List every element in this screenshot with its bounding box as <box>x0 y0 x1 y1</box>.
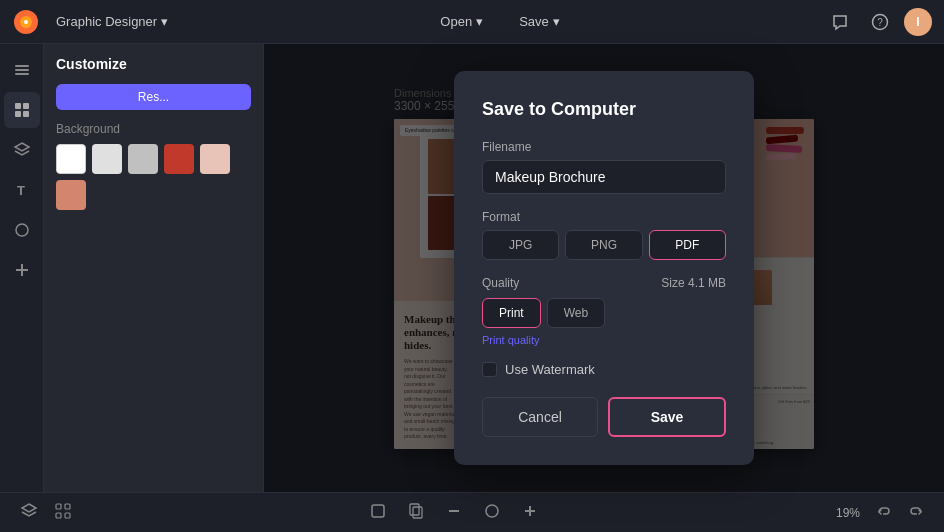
sidebar-item-shapes[interactable] <box>4 212 40 248</box>
svg-rect-20 <box>372 505 384 517</box>
canvas-area: Dimensions 3300 × 2550 <box>264 44 944 492</box>
quality-label: Quality <box>482 276 519 290</box>
quality-web-button[interactable]: Web <box>547 298 605 328</box>
svg-point-2 <box>24 20 28 24</box>
save-button[interactable]: Save ▾ <box>505 8 574 35</box>
svg-rect-6 <box>15 69 29 71</box>
layers-icon[interactable] <box>16 498 42 528</box>
quality-print-button[interactable]: Print <box>482 298 541 328</box>
svg-rect-5 <box>15 65 29 67</box>
svg-rect-10 <box>15 111 21 117</box>
color-swatch-red[interactable] <box>164 144 194 174</box>
open-button[interactable]: Open ▾ <box>426 8 497 35</box>
svg-text:T: T <box>17 183 25 198</box>
quality-group: Print Web <box>482 298 726 328</box>
customize-panel: Customize Res... Background <box>44 44 264 492</box>
redo-button[interactable] <box>904 501 928 525</box>
app-name-chevron: ▾ <box>161 14 168 29</box>
svg-rect-11 <box>23 111 29 117</box>
svg-rect-9 <box>23 103 29 109</box>
svg-rect-8 <box>15 103 21 109</box>
cancel-button[interactable]: Cancel <box>482 397 598 437</box>
panel-title: Customize <box>56 56 251 72</box>
size-label: Size 4.1 MB <box>661 276 726 290</box>
left-sidebar: T <box>0 44 44 492</box>
svg-rect-18 <box>56 513 61 518</box>
sidebar-item-text[interactable]: T <box>4 172 40 208</box>
save-to-computer-button[interactable]: Save <box>608 397 726 437</box>
plus-icon[interactable] <box>517 498 543 528</box>
topbar-center: Open ▾ Save ▾ <box>426 8 573 35</box>
save-dialog: Save to Computer Filename Format JPG PNG… <box>454 71 754 465</box>
resize-icon[interactable] <box>365 498 391 528</box>
format-pdf-button[interactable]: PDF <box>649 230 726 260</box>
format-png-button[interactable]: PNG <box>565 230 642 260</box>
color-swatch-gray1[interactable] <box>92 144 122 174</box>
quality-row: Quality Size 4.1 MB <box>482 276 726 290</box>
format-jpg-button[interactable]: JPG <box>482 230 559 260</box>
color-grid <box>56 144 251 210</box>
svg-rect-16 <box>56 504 61 509</box>
sidebar-item-menu[interactable] <box>4 52 40 88</box>
svg-rect-19 <box>65 513 70 518</box>
sidebar-item-layers[interactable] <box>4 132 40 168</box>
app-name-button[interactable]: Graphic Designer ▾ <box>48 10 176 33</box>
svg-rect-17 <box>65 504 70 509</box>
topbar-left: Graphic Designer ▾ <box>12 8 176 36</box>
panel-tab-resize[interactable]: Res... <box>56 84 251 110</box>
svg-rect-22 <box>413 507 422 518</box>
filename-input[interactable] <box>482 160 726 194</box>
bottom-right: 19% <box>832 501 928 525</box>
watermark-checkbox[interactable] <box>482 362 497 377</box>
svg-point-13 <box>16 224 28 236</box>
pages-icon[interactable] <box>403 498 429 528</box>
minus-icon[interactable] <box>441 498 467 528</box>
sidebar-item-elements[interactable] <box>4 92 40 128</box>
dialog-actions: Cancel Save <box>482 397 726 437</box>
grid-icon[interactable] <box>50 498 76 528</box>
sidebar-item-add[interactable] <box>4 252 40 288</box>
print-quality-link[interactable]: Print quality <box>482 334 726 346</box>
app-name-label: Graphic Designer <box>56 14 157 29</box>
bottom-left <box>16 498 76 528</box>
watermark-label: Use Watermark <box>505 362 595 377</box>
topbar-right: ? I <box>824 6 932 38</box>
color-swatch-gray2[interactable] <box>128 144 158 174</box>
filename-label: Filename <box>482 140 726 154</box>
bg-section-label: Background <box>56 122 251 136</box>
panel-tabs: Res... <box>56 84 251 110</box>
bottom-center <box>365 498 543 528</box>
zoom-value: 19% <box>832 506 864 520</box>
help-icon-button[interactable]: ? <box>864 6 896 38</box>
dialog-overlay: Save to Computer Filename Format JPG PNG… <box>264 44 944 492</box>
chat-icon-button[interactable] <box>824 6 856 38</box>
dialog-title: Save to Computer <box>482 99 726 120</box>
main-layout: T Customize Res... Background <box>0 44 944 492</box>
svg-text:?: ? <box>877 17 883 28</box>
record-icon[interactable] <box>479 498 505 528</box>
color-swatch-pink[interactable] <box>200 144 230 174</box>
topbar: Graphic Designer ▾ Open ▾ Save ▾ ? I <box>0 0 944 44</box>
format-label: Format <box>482 210 726 224</box>
app-logo <box>12 8 40 36</box>
svg-point-24 <box>486 505 498 517</box>
undo-button[interactable] <box>872 501 896 525</box>
avatar[interactable]: I <box>904 8 932 36</box>
svg-rect-7 <box>15 73 29 75</box>
color-swatch-rose[interactable] <box>56 180 86 210</box>
format-group: JPG PNG PDF <box>482 230 726 260</box>
bottom-bar: 19% <box>0 492 944 532</box>
watermark-row: Use Watermark <box>482 362 726 377</box>
color-swatch-white[interactable] <box>56 144 86 174</box>
svg-rect-21 <box>410 504 419 515</box>
